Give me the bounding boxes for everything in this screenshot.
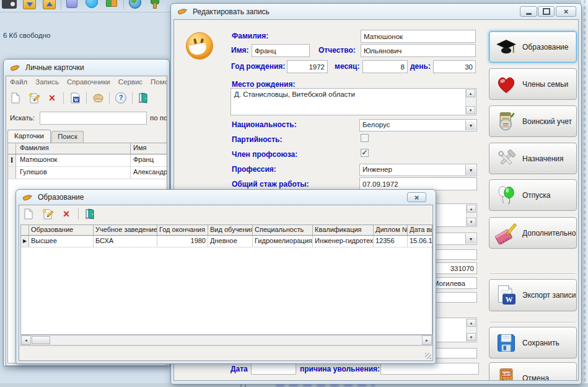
exit-icon[interactable] (83, 207, 98, 221)
education-window-titlebar[interactable]: Образование (16, 190, 436, 205)
family-members-button[interactable]: Члены семьи (489, 68, 577, 100)
pencil-icon (10, 63, 20, 73)
column-institution[interactable]: Учебное заведение (94, 225, 157, 235)
column-education[interactable]: Образование (29, 225, 94, 235)
search-field-suffix: по по (150, 114, 167, 122)
package-icon[interactable] (66, 0, 77, 8)
column-diploma[interactable]: Диплом № (374, 225, 408, 235)
export-record-button[interactable]: W Экспорт записи (489, 279, 577, 311)
scrollbar-thumb[interactable] (32, 336, 50, 344)
minimize-button[interactable] (520, 6, 537, 17)
cards-window-titlebar[interactable]: Личные карточки (4, 60, 169, 76)
column-qualification[interactable]: Квалификация (313, 225, 374, 235)
scrollbar[interactable]: ▲ ▼ (466, 205, 476, 226)
union-checkbox[interactable]: ✓ (361, 149, 369, 157)
birthplace-textarea[interactable]: Д. Станисловцы, Витебской области ▲ ▼ (230, 88, 476, 115)
column-name[interactable]: Имя (131, 143, 167, 154)
dropdown-arrow-icon[interactable]: ▼ (465, 165, 476, 175)
cancel-button[interactable]: EXIT Отмена (489, 362, 577, 381)
dismissal-reason-input[interactable] (380, 363, 479, 375)
table-row[interactable]: Гулешов Александр (8, 167, 167, 179)
scroll-up-icon[interactable]: ▲ (466, 89, 475, 97)
exit-door-icon: EXIT (495, 367, 517, 381)
toolbar-separator (123, 0, 124, 9)
pencil-icon (22, 193, 33, 202)
new-record-icon[interactable] (20, 207, 35, 221)
globe-icon[interactable] (129, 0, 141, 9)
close-button[interactable]: × (556, 6, 576, 17)
tab-cards[interactable]: Карточки (7, 130, 51, 143)
hand-card-icon[interactable] (90, 91, 105, 105)
profession-label: Профессия: (232, 165, 276, 174)
table-row[interactable]: ▶ Высшее БСХА 1980 Дневное Гидромелиорац… (21, 236, 432, 247)
scroll-down-icon[interactable]: ▼ (466, 106, 475, 114)
exit-icon[interactable] (136, 91, 151, 105)
military-record-button[interactable]: Воинский учет (489, 105, 577, 137)
nationality-select[interactable]: Белорус ▼ (359, 119, 477, 131)
export-folder-icon[interactable] (43, 0, 56, 9)
patronymic-input[interactable] (361, 44, 476, 57)
delete-record-icon[interactable]: × (59, 207, 74, 221)
skype-icon[interactable] (86, 0, 98, 8)
camera-icon[interactable] (2, 0, 17, 9)
tab-search[interactable]: Поиск (51, 131, 84, 143)
notepad-pencil-icon (495, 222, 517, 244)
additional-button[interactable]: Дополнительно (489, 217, 577, 249)
scroll-up-icon[interactable]: ▲ (467, 205, 476, 213)
toolbar-separator (109, 92, 110, 104)
save-button[interactable]: Сохранить (489, 327, 577, 358)
assignments-button[interactable]: Назначения (489, 143, 577, 174)
scrollbar[interactable]: ▲ ▼ (465, 89, 475, 114)
column-study-type[interactable]: Вид обучения (208, 225, 253, 235)
vacations-button[interactable]: Отпуска (489, 179, 577, 211)
birth-day-input[interactable] (433, 60, 476, 73)
delete-record-icon[interactable]: × (45, 91, 59, 105)
education-window-title: Образование (38, 193, 84, 202)
dropdown-arrow-icon[interactable]: ▼ (465, 120, 476, 130)
menu-service[interactable]: Сервис (118, 78, 143, 86)
experience-input[interactable] (359, 177, 477, 190)
import-folder-icon[interactable] (23, 0, 36, 9)
scroll-left-icon[interactable]: ◄ (21, 336, 31, 345)
surname-input[interactable] (361, 30, 476, 43)
scrollbar[interactable]: ▲ ▼ (466, 319, 476, 341)
education-hscrollbar[interactable]: ◄ ► (20, 335, 432, 345)
word-export-icon[interactable]: W (68, 91, 82, 105)
people-icon[interactable] (105, 0, 116, 7)
table-row[interactable]: I Матюшонок Франц (8, 154, 167, 167)
plant-icon[interactable] (149, 0, 159, 7)
scroll-down-icon[interactable]: ▼ (467, 218, 476, 226)
toolbar-separator (63, 92, 64, 104)
birth-month-input[interactable] (362, 60, 408, 73)
menu-directories[interactable]: Справочники (67, 78, 110, 86)
scroll-up-icon[interactable]: ▲ (467, 319, 476, 327)
scroll-down-icon[interactable]: ▼ (467, 333, 476, 341)
maximize-button[interactable] (538, 6, 555, 17)
education-toolbar: × (20, 207, 98, 221)
nationality-label: Национальность: (232, 120, 297, 129)
birth-year-input[interactable] (287, 60, 328, 73)
column-specialty[interactable]: Специальность (253, 225, 313, 235)
education-grid-header: Образование Учебное заведение Год оконча… (21, 225, 432, 236)
column-issue-date[interactable]: Дата вы (408, 225, 432, 235)
help-icon[interactable]: ? (113, 91, 128, 105)
column-surname[interactable]: Фамилия (16, 143, 131, 154)
menu-file[interactable]: Файл (10, 78, 27, 86)
menu-help[interactable]: Помощь (151, 78, 167, 86)
education-button[interactable]: Образование (489, 31, 577, 63)
education-close-button[interactable]: × (407, 192, 426, 202)
resize-grip[interactable] (425, 353, 431, 359)
dismissal-date-input[interactable] (251, 363, 296, 375)
edit-record-icon[interactable] (40, 207, 55, 221)
cards-menu-bar: Файл Запись Справочники Сервис Помощь (10, 78, 167, 86)
name-input[interactable] (252, 44, 310, 57)
new-record-icon[interactable] (7, 91, 22, 105)
scroll-right-icon[interactable]: ► (422, 336, 432, 345)
menu-record[interactable]: Запись (35, 78, 59, 86)
dropdown-arrow-icon[interactable]: ▼ (465, 234, 476, 244)
column-grad-year[interactable]: Год окончания (157, 225, 208, 235)
search-input[interactable] (40, 112, 147, 125)
party-checkbox[interactable] (361, 134, 369, 142)
edit-record-icon[interactable] (26, 91, 41, 105)
profession-select[interactable]: Инженер ▼ (359, 164, 477, 176)
